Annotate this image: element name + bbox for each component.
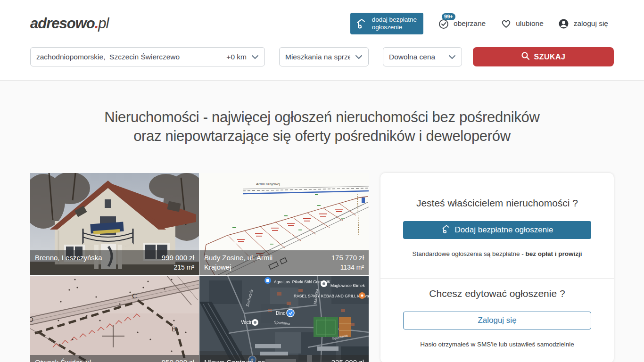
house-plus-icon — [355, 17, 368, 30]
listing-area: 215 m² — [162, 263, 194, 272]
listing-card-brenno[interactable]: Brenno, Leszczyńska 999 000 zł 215 m² — [30, 173, 199, 275]
listing-card-mlawa[interactable]: Zachodnia Mariacka Sportowa Sportowa Agr… — [199, 276, 369, 362]
listing-photo-survey-sketch: C B D — [30, 276, 199, 362]
add-listing-button[interactable]: dodaj bezpłatne ogłoszenie — [350, 13, 423, 34]
logo-text: adresowo — [30, 15, 95, 32]
page-title-line2: oraz niepowtarzające się oferty pośredni… — [0, 127, 644, 146]
header: adresowo.pl dodaj bezpłatne ogłoszenie — [0, 0, 644, 47]
listings-grid: Brenno, Leszczyńska 999 000 zł 215 m² Ar… — [30, 173, 369, 362]
header-actions: dodaj bezpłatne ogłoszenie 99+ obejrzane… — [350, 13, 608, 34]
listing-card-otwock[interactable]: C B D Otwock — [30, 276, 199, 362]
nav-login[interactable]: zaloguj się — [558, 17, 608, 30]
location-value: zachodniopomorskie, Szczecin Świerczewo — [36, 53, 223, 61]
logo[interactable]: adresowo.pl — [30, 15, 108, 32]
poi-label: RASEL SPICY KEBAB AND GRILL Mława — [294, 294, 369, 298]
search-button-label: SZUKAJ — [534, 53, 565, 61]
listing-info-bar: Budy Zosine, ul. Armii Krajowej 175 770 … — [199, 250, 369, 275]
search-button[interactable]: SZUKAJ — [473, 47, 614, 66]
logo-tld: pl — [98, 15, 108, 32]
check-circle-icon: 99+ — [438, 17, 450, 30]
login-button[interactable]: Zaloguj się — [403, 312, 591, 329]
user-icon — [558, 17, 570, 30]
viewed-count-badge: 99+ — [442, 13, 455, 20]
listing-info-bar: Brenno, Leszczyńska 999 000 zł 215 m² — [30, 250, 199, 275]
location-radius: +0 km — [226, 53, 247, 61]
plot-road-label: Armii Krajowej — [256, 182, 280, 186]
listing-info-bar: Otwock Świder, ul. 950 000 zł — [30, 355, 199, 362]
search-bar: zachodniopomorskie, Szczecin Świerczewo … — [0, 47, 644, 81]
chevron-down-icon — [448, 53, 456, 61]
listing-price: 325 000 zł — [331, 358, 364, 362]
add-free-listing-label: Dodaj bezpłatne ogłoszenie — [455, 225, 553, 235]
page-title-line1: Nieruchomości - najwięcej ogłoszeń nieru… — [0, 108, 644, 127]
price-value: Dowolna cena — [389, 53, 444, 61]
listing-name: Brenno, Leszczyńska — [35, 253, 102, 272]
add-listing-label: dodaj bezpłatne ogłoszenie — [372, 16, 417, 31]
survey-mark: D — [30, 315, 33, 323]
edit-card-title: Chcesz edytować ogłoszenie ? — [403, 288, 591, 299]
listing-name: Mława Centrum, os — [204, 358, 265, 362]
edit-card-note: Hasło otrzymałeś w SMS'ie lub ustawiłeś … — [403, 341, 591, 348]
add-free-listing-button[interactable]: Dodaj bezpłatne ogłoszenie — [403, 221, 591, 239]
category-value: Mieszkania na sprzeda — [285, 53, 350, 61]
edit-card: Chcesz edytować ogłoszenie ? Zaloguj się… — [380, 279, 614, 362]
search-icon — [521, 51, 530, 62]
nav-favorites[interactable]: ulubione — [500, 17, 544, 30]
listing-name: Budy Zosine, ul. Armii Krajowej — [204, 253, 294, 272]
main-content: Nieruchomości - najwięcej ogłoszeń nieru… — [0, 81, 644, 362]
page-title: Nieruchomości - najwięcej ogłoszeń nieru… — [0, 81, 644, 146]
nav-login-label: zaloguj się — [574, 19, 608, 28]
category-select[interactable]: Mieszkania na sprzeda — [279, 47, 369, 66]
chevron-down-icon — [355, 53, 363, 61]
listing-price: 999 000 zł — [162, 253, 194, 263]
nav-viewed-label: obejrzane — [454, 19, 486, 28]
survey-mark: B — [172, 325, 176, 333]
chevron-down-icon — [251, 53, 259, 61]
poi-label: Maglownice Klimek — [330, 283, 365, 288]
house-plus-icon — [441, 224, 452, 237]
listing-card-budy-zosine[interactable]: Armii Krajowej — [199, 173, 369, 275]
price-select[interactable]: Dowolna cena — [383, 47, 462, 66]
listing-photo-satellite-map: Zachodnia Mariacka Sportowa Sportowa Agr… — [199, 276, 369, 362]
survey-mark: C — [132, 292, 137, 300]
nav-viewed[interactable]: 99+ obejrzane — [438, 17, 486, 30]
owner-card-note: Standardowe ogłoszenia są bezpłatne - be… — [403, 250, 591, 257]
nav-favorites-label: ulubione — [516, 19, 544, 28]
listing-price: 175 770 zł — [331, 253, 364, 263]
owner-card-title: Jesteś właścicielem nieruchomości ? — [403, 197, 591, 209]
poi-label: Dino — [276, 311, 286, 316]
listing-area: 1134 m² — [331, 263, 364, 272]
sidebar: Jesteś właścicielem nieruchomości ? Doda… — [380, 173, 614, 362]
listing-name: Otwock Świder, ul. — [35, 358, 93, 362]
listing-info-bar: Mława Centrum, os 325 000 zł — [199, 355, 369, 362]
owner-card: Jesteś właścicielem nieruchomości ? Doda… — [380, 173, 614, 279]
heart-icon — [500, 17, 512, 30]
listing-price: 950 000 zł — [162, 358, 194, 362]
location-select[interactable]: zachodniopomorskie, Szczecin Świerczewo … — [30, 47, 265, 66]
